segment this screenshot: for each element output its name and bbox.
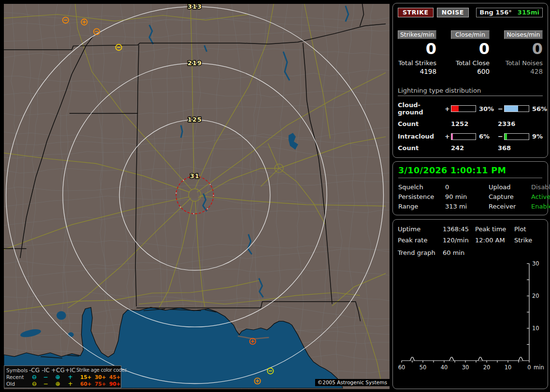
trend-spike (478, 357, 482, 361)
minus-sign: − (498, 105, 504, 112)
trend-spike (410, 357, 415, 361)
cloud-ground-count-row: Count 1252 2336 (398, 120, 543, 127)
peak-rate-label: Peak rate (398, 235, 443, 246)
status-row: Range 313 mi Receiver Enabled (398, 202, 542, 211)
map-legend: Symbols-CG-IC+CG+ICStrike age color code… (4, 365, 121, 388)
bearing-label: Bng 156° (479, 9, 512, 16)
age-code-45plus: 45+ (109, 374, 121, 380)
ring-label-31: 31 (190, 172, 200, 180)
svg-text:10: 10 (505, 364, 512, 371)
strike-stats-panel: STRIKE NOISE Bng 156° 315mi Strikes/min … (392, 3, 548, 158)
legend-row-label-old: Old (6, 380, 29, 387)
legend-col-header--IC: -IC (40, 367, 51, 374)
ic-plus-old-icon: + (64, 380, 76, 387)
trend-spike (519, 357, 523, 361)
cg-positive-bar (451, 105, 476, 112)
receiver-label: Receiver (489, 202, 531, 211)
bearing-display: Bng 156° 315mi (476, 8, 543, 17)
total-noises-value: 428 (504, 68, 543, 75)
distribution-title: Lightning type distribution (398, 87, 543, 96)
trend-graph-row: Trend graph 60 min (398, 249, 543, 256)
strike-button[interactable]: STRIKE (398, 8, 434, 17)
upload-status: Disabled (531, 182, 550, 192)
persistence-label: Persistence (398, 192, 445, 202)
ring-label-313: 313 (188, 4, 202, 10)
noises-column: Noises/min 0 Total Noises 428 (504, 30, 543, 75)
total-close-value: 600 (451, 68, 490, 75)
close-per-min-chip[interactable]: Close/min (451, 30, 490, 39)
count-label: Count (398, 144, 451, 152)
map-area: 31125219313 Symbols-CG-IC+CG+ICStrike ag… (4, 4, 390, 389)
trend-graph-label: Trend graph (398, 249, 443, 256)
upload-label: Upload (489, 182, 531, 192)
receiver-status: Enabled (531, 202, 550, 211)
count-label: Count (398, 120, 451, 127)
legend-age-header: Strike age color codes (76, 367, 121, 374)
legend-col-header--CG: -CG (29, 367, 40, 374)
trend-axes (402, 264, 529, 363)
persistence-value: 90 min (445, 192, 489, 202)
cg-negative-pct: 56% (529, 105, 547, 112)
svg-text:20: 20 (483, 364, 491, 371)
total-strikes-label: Total Strikes (398, 59, 436, 67)
cg-plus-recent-icon: ⊕ (51, 374, 64, 380)
cloud-ground-row: Cloud-ground + 30% − 56% (398, 101, 543, 116)
trend-spikes (410, 357, 523, 361)
cloud-ground-label: Cloud-ground (398, 101, 445, 116)
uptime-label: Uptime (398, 224, 443, 235)
range-value: 313 mi (445, 202, 489, 211)
divider (398, 178, 542, 178)
ic-positive-count: 242 (451, 144, 498, 152)
ic-positive-pct: 6% (476, 133, 498, 140)
ic-negative-count: 368 (498, 144, 543, 152)
trend-axis-labels: 6050403020100min102030 (398, 260, 544, 371)
strikes-per-min-value: 0 (398, 41, 436, 56)
ic-plus-recent-icon: + (64, 374, 76, 380)
cg-positive-pct: 30% (476, 105, 498, 112)
app-window: 31125219313 Symbols-CG-IC+CG+ICStrike ag… (0, 0, 550, 392)
ring-label-125: 125 (188, 116, 202, 123)
ring-label-219: 219 (188, 59, 202, 67)
cg-negative-count: 2336 (498, 120, 543, 127)
svg-text:50: 50 (420, 364, 427, 371)
ic-positive-bar (451, 133, 476, 140)
total-strikes-value: 4198 (398, 68, 436, 75)
uptime-value: 1368:45 (443, 224, 475, 235)
strikes-column: Strikes/min 0 Total Strikes 4198 (398, 30, 436, 75)
legend-symbols-header: Symbols (6, 367, 29, 374)
cg-plus-old-icon: ⊕ (51, 380, 64, 387)
age-code-60plus: 60+ (80, 380, 95, 387)
ic-minus-recent-icon: − (40, 374, 51, 380)
bearing-range: 315mi (518, 9, 539, 16)
plus-sign: + (445, 105, 451, 112)
svg-text:20: 20 (532, 293, 539, 299)
legend-spacer (76, 374, 80, 380)
datetime-display: 3/10/2026 1:00:11 PM (398, 166, 542, 175)
noise-button[interactable]: NOISE (437, 8, 469, 17)
cg-positive-count: 1252 (451, 120, 498, 127)
svg-text:0: 0 (527, 364, 531, 371)
peak-rate-value: 120/min (443, 235, 475, 246)
ic-negative-pct: 9% (529, 133, 543, 140)
copyright-label: ©2005 Astrogenic Systems (315, 379, 390, 386)
close-column: Close/min 0 Total Close 600 (451, 30, 490, 75)
legend-col-header-+IC: +IC (64, 367, 76, 374)
lightning-map[interactable]: 31125219313 (4, 4, 390, 389)
svg-text:30: 30 (462, 364, 469, 371)
strikes-per-min-chip[interactable]: Strikes/min (398, 30, 436, 39)
capture-status: Active (531, 192, 550, 202)
cg-minus-recent-icon: ⊖ (29, 374, 40, 380)
noises-per-min-chip[interactable]: Noises/min (504, 30, 543, 39)
intracloud-row: Intracloud + 6% − 9% (398, 133, 543, 140)
status-row: Squelch 0 Upload Disabled (398, 182, 542, 192)
squelch-value: 0 (445, 182, 489, 192)
close-per-min-value: 0 (451, 41, 490, 56)
uptime-grid: Uptime 1368:45 Peak time Plot Peak rate … (398, 224, 543, 246)
plus-sign: + (445, 133, 451, 140)
svg-text:40: 40 (441, 364, 448, 371)
total-close-label: Total Close (451, 59, 490, 67)
intracloud-label: Intracloud (398, 133, 445, 140)
legend-row-label-recent: Recent (6, 374, 29, 380)
peak-time-value: 12:00 AM (475, 235, 514, 246)
trend-window-value: 60 min (443, 249, 464, 256)
